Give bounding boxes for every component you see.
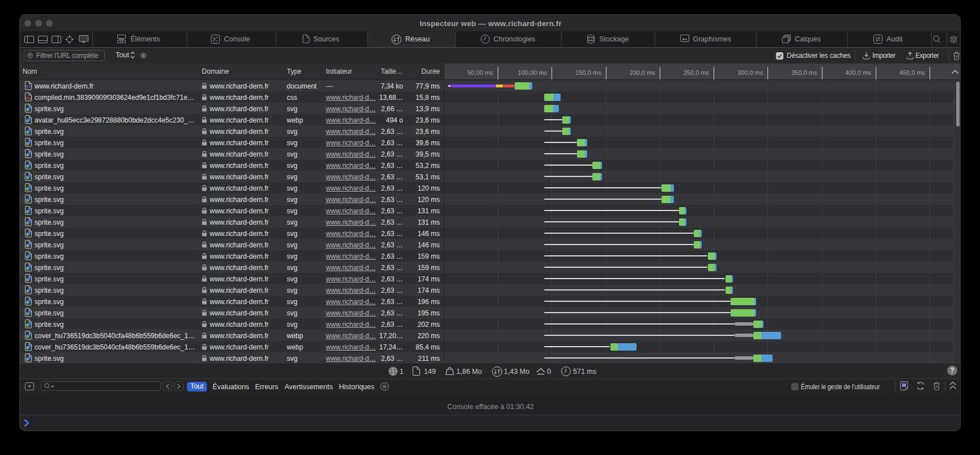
svg-text:JS: JS — [902, 384, 906, 387]
svg-text:css: css — [25, 96, 31, 100]
